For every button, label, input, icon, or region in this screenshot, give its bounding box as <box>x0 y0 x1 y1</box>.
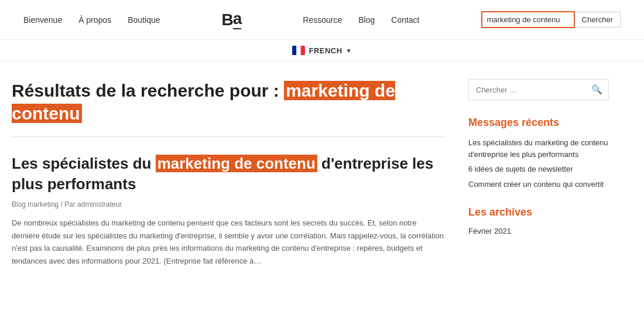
article-title-prefix: Les spécialistes du <box>12 155 156 172</box>
article-item: Les spécialistes du marketing de contenu… <box>12 153 445 267</box>
header-search-input[interactable]: marketing de contenu <box>481 11 575 28</box>
recent-link-1[interactable]: 6 idées de sujets de newsletter <box>468 163 609 175</box>
nav-left: Bienvenue À propos Boutique <box>23 15 160 25</box>
article-title[interactable]: Les spécialistes du marketing de contenu… <box>12 153 445 194</box>
header-search: marketing de contenu Chercher <box>481 11 621 28</box>
flag-icon <box>292 46 305 55</box>
site-logo[interactable]: B a <box>222 11 242 29</box>
archive-item-0[interactable]: Février 2021 <box>468 227 609 235</box>
nav-bienvenue[interactable]: Bienvenue <box>23 15 62 25</box>
logo-a: a <box>233 11 242 29</box>
divider <box>12 136 445 137</box>
nav-contact[interactable]: Contact <box>391 15 419 25</box>
article-meta-separator: / <box>59 200 64 209</box>
article-category[interactable]: Blog marketing <box>12 200 59 209</box>
nav-boutique[interactable]: Boutique <box>128 15 160 25</box>
archives-section: Les archives Février 2021 <box>468 206 609 235</box>
article-title-highlight: marketing de contenu <box>156 155 317 172</box>
nav-blog[interactable]: Blog <box>358 15 375 25</box>
sidebar-search-input[interactable] <box>469 80 585 100</box>
language-bar: FRENCH ▼ <box>0 40 644 62</box>
article-excerpt: De nombreux spécialistes du marketing de… <box>12 217 445 267</box>
main-container: Résultats de la recherche pour : marketi… <box>0 62 644 285</box>
nav-right: Ressource Blog Contact <box>303 15 419 25</box>
language-arrow: ▼ <box>346 47 352 54</box>
search-results-prefix: Résultats de la recherche pour : <box>12 81 284 100</box>
article-author: Par administrateur <box>64 200 122 209</box>
archives-section-title: Les archives <box>468 206 609 218</box>
sidebar: 🔍 Messages récents Les spécialistes du m… <box>468 79 609 267</box>
search-icon[interactable]: 🔍 <box>585 80 608 100</box>
svg-rect-1 <box>297 46 301 55</box>
svg-rect-2 <box>301 46 305 55</box>
site-header: Bienvenue À propos Boutique B a Ressourc… <box>0 0 644 40</box>
logo-b: B <box>222 11 233 29</box>
article-meta: Blog marketing / Par administrateur <box>12 200 445 209</box>
content-area: Résultats de la recherche pour : marketi… <box>12 79 445 267</box>
svg-rect-0 <box>292 46 296 55</box>
nav-apropos[interactable]: À propos <box>78 15 111 25</box>
nav-ressource[interactable]: Ressource <box>303 15 342 25</box>
language-label[interactable]: FRENCH <box>309 46 342 55</box>
search-results-heading: Résultats de la recherche pour : marketi… <box>12 79 445 125</box>
header-search-button[interactable]: Chercher <box>575 12 621 28</box>
recent-messages-section: Messages récents Les spécialistes du mar… <box>468 117 609 190</box>
recent-link-0[interactable]: Les spécialistes du marketing de contenu… <box>468 137 609 160</box>
sidebar-search-box: 🔍 <box>468 79 609 100</box>
recent-link-2[interactable]: Comment créer un contenu qui convertit <box>468 179 609 190</box>
recent-section-title: Messages récents <box>468 117 609 129</box>
